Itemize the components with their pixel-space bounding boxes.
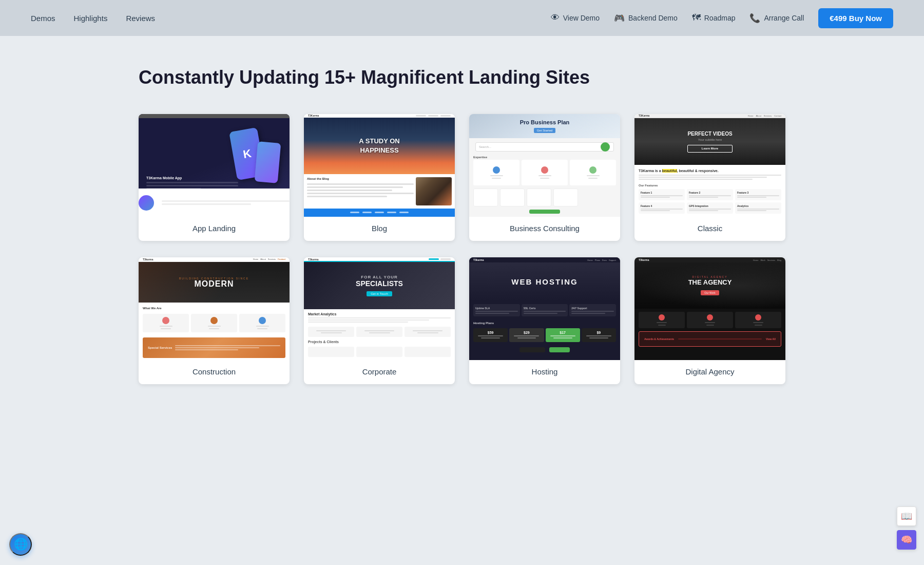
demo-label-corporate: Corporate <box>304 360 455 384</box>
demo-grid: T3Karma Mobile App K <box>139 114 785 384</box>
demo-card-app-landing[interactable]: T3Karma Mobile App K <box>139 114 290 241</box>
demo-thumbnail-blog: T3Karma A STUDY ONHAPPINESS About the Bl… <box>304 114 455 217</box>
phone-icon: 📞 <box>749 13 760 24</box>
arrange-call-action[interactable]: 📞 Arrange Call <box>749 13 804 24</box>
nav-link-highlights[interactable]: Highlights <box>74 14 108 23</box>
demo-thumbnail-app-landing: T3Karma Mobile App K <box>139 114 290 217</box>
controller-icon: 🎮 <box>614 13 625 24</box>
view-demo-action[interactable]: 👁 View Demo <box>551 13 600 23</box>
demo-card-digital-agency[interactable]: T3karma Home Work Services Blog DIGITAL … <box>634 257 785 384</box>
demo-label-business-consulting: Business Consulting <box>469 217 620 241</box>
eye-icon: 👁 <box>551 13 560 23</box>
demo-label-digital-agency: Digital Agency <box>634 360 785 384</box>
roadmap-icon: 🗺 <box>692 13 701 23</box>
brain-icon-button[interactable]: 🧠 <box>897 530 916 550</box>
backend-demo-action[interactable]: 🎮 Backend Demo <box>614 13 678 24</box>
nav-link-demos[interactable]: Demos <box>31 14 55 23</box>
demo-thumbnail-classic: T3Karma Home About Services Contact PERF… <box>634 114 785 217</box>
buy-button[interactable]: €499 Buy Now <box>818 8 893 28</box>
book-icon-button[interactable]: 📖 <box>897 506 916 526</box>
roadmap-action[interactable]: 🗺 Roadmap <box>692 13 736 23</box>
demo-label-app-landing: App Landing <box>139 217 290 241</box>
demo-card-corporate[interactable]: T3karma FOR ALL YOUR SPECIALISTS Get in … <box>304 257 455 384</box>
demo-thumbnail-corporate: T3karma FOR ALL YOUR SPECIALISTS Get in … <box>304 257 455 360</box>
demo-label-blog: Blog <box>304 217 455 241</box>
nav-links: Demos Highlights Reviews <box>31 14 155 23</box>
demo-thumbnail-digital-agency: T3karma Home Work Services Blog DIGITAL … <box>634 257 785 360</box>
corner-icons: 📖 🧠 <box>897 506 916 550</box>
demo-card-business-consulting[interactable]: Pro Business Plan Get Started Search... … <box>469 114 620 241</box>
navbar: Demos Highlights Reviews 👁 View Demo 🎮 B… <box>0 0 924 36</box>
section-title: Constantly Updating 15+ Magnificent Land… <box>139 67 785 88</box>
view-demo-label: View Demo <box>563 14 600 22</box>
roadmap-label: Roadmap <box>704 14 736 22</box>
bottom-left-icon: 🌐 <box>9 533 32 556</box>
demo-card-hosting[interactable]: T3karma Home Plans Docs Support WEB HOST… <box>469 257 620 384</box>
main-content: Constantly Updating 15+ Magnificent Land… <box>128 36 796 415</box>
demo-thumbnail-hosting: T3karma Home Plans Docs Support WEB HOST… <box>469 257 620 360</box>
demo-thumbnail-business-consulting: Pro Business Plan Get Started Search... … <box>469 114 620 217</box>
demo-label-classic: Classic <box>634 217 785 241</box>
nav-actions: 👁 View Demo 🎮 Backend Demo 🗺 Roadmap 📞 A… <box>551 8 893 28</box>
demo-label-hosting: Hosting <box>469 360 620 384</box>
demo-card-construction[interactable]: T3karma Home About Services Contact BUIL… <box>139 257 290 384</box>
nav-link-reviews[interactable]: Reviews <box>126 14 155 23</box>
arrange-call-label: Arrange Call <box>764 14 804 22</box>
demo-label-construction: Construction <box>139 360 290 384</box>
demo-card-classic[interactable]: T3Karma Home About Services Contact PERF… <box>634 114 785 241</box>
globe-icon-button[interactable]: 🌐 <box>9 533 32 556</box>
demo-thumbnail-construction: T3karma Home About Services Contact BUIL… <box>139 257 290 360</box>
demo-card-blog[interactable]: T3Karma A STUDY ONHAPPINESS About the Bl… <box>304 114 455 241</box>
backend-demo-label: Backend Demo <box>628 14 678 22</box>
